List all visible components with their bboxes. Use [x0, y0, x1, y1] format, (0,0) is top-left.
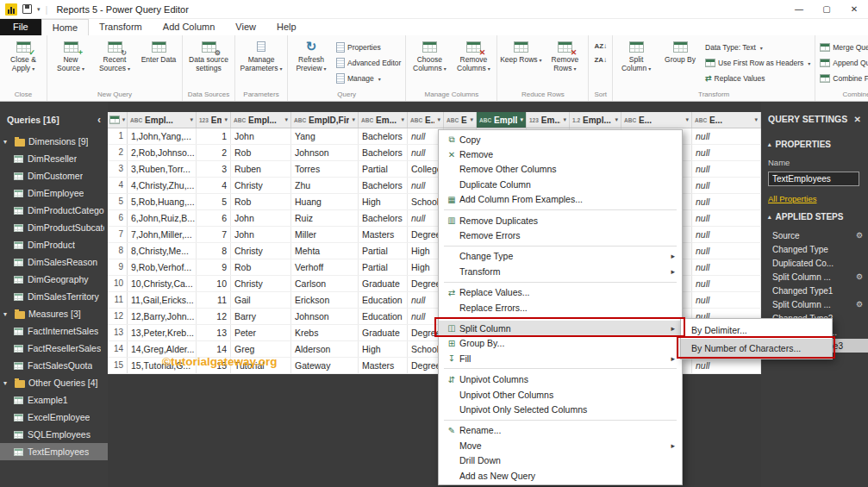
filter-icon[interactable]: ▾: [685, 116, 689, 123]
append-queries-button[interactable]: Append Queries: [817, 55, 868, 70]
gear-icon[interactable]: ⚙: [856, 300, 863, 309]
manage-button[interactable]: Manage: [334, 71, 403, 85]
remove-rows-button[interactable]: ✕ Remove Rows: [543, 37, 586, 90]
sidebar-item-factresellersales[interactable]: FactResellerSales: [0, 340, 108, 357]
menu-item-unpivot-columns[interactable]: ⇵Unpivot Columns: [439, 371, 682, 386]
save-icon[interactable]: [22, 4, 32, 14]
data-source-settings-button[interactable]: ⚙ Data source settings: [184, 37, 233, 90]
cell[interactable]: Partial: [359, 161, 408, 177]
minimize-button[interactable]: —: [785, 0, 813, 18]
sidebar-item-factsalesquota[interactable]: FactSalesQuota: [0, 357, 108, 374]
cell[interactable]: 7,John,Miller,...: [128, 227, 197, 242]
cell[interactable]: Christy: [231, 276, 291, 291]
filter-icon[interactable]: ▾: [754, 116, 758, 123]
gear-icon[interactable]: ⚙: [856, 272, 863, 281]
applied-step-source[interactable]: Source⚙: [761, 228, 868, 242]
close-and-apply-button[interactable]: ✓ Close & Apply: [2, 37, 45, 90]
sidebar-item-excelemployee[interactable]: ExcelEmployee: [0, 409, 108, 426]
filter-icon[interactable]: ▾: [437, 116, 440, 123]
sidebar-item-dimproduct[interactable]: DimProduct: [0, 236, 108, 253]
cell[interactable]: 3,Ruben,Torr...: [128, 161, 197, 177]
cell[interactable]: 10,Christy,Ca...: [128, 276, 197, 291]
cell[interactable]: Yang: [291, 128, 359, 144]
filter-icon[interactable]: ▾: [352, 116, 355, 123]
sidebar-item-dimproductsubcate[interactable]: DimProductSubcate...: [0, 219, 108, 236]
column-header-empid-firs[interactable]: ABCEmpID,Firs...▾: [291, 112, 359, 128]
cell[interactable]: Gail: [231, 292, 291, 308]
cell[interactable]: Ruiz: [291, 210, 359, 226]
menu-item-add-as-new-query[interactable]: Add as New Query: [439, 468, 682, 483]
menu-item-replace-values[interactable]: ⇄Replace Values...: [439, 285, 682, 300]
menu-item-split-column[interactable]: ◫Split Column▸: [439, 321, 682, 335]
cell[interactable]: Bachelors: [359, 210, 408, 226]
tab-home[interactable]: Home: [41, 19, 89, 35]
merge-queries-button[interactable]: Merge Queries: [817, 40, 868, 54]
tree-folder-measures-3[interactable]: ▾Measures [3]: [0, 305, 108, 322]
choose-columns-button[interactable]: Choose Columns: [408, 37, 451, 90]
cell[interactable]: Gateway: [291, 358, 359, 373]
menu-item-remove[interactable]: ✕Remove: [439, 147, 682, 161]
menu-item-unpivot-only-selected-columns[interactable]: Unpivot Only Selected Columns: [439, 402, 682, 416]
applied-step-split-column[interactable]: Split Column ...⚙: [761, 270, 868, 284]
column-header-empl[interactable]: 123Empl...▾: [197, 112, 231, 128]
manage-parameters-button[interactable]: Manage Parameters: [237, 37, 285, 90]
cell[interactable]: John: [231, 227, 291, 242]
cell[interactable]: Mehta: [291, 243, 359, 259]
cell[interactable]: 6,John,Ruiz,B...: [128, 210, 197, 226]
column-header-empid-f[interactable]: ABCEmpID,F...▾: [477, 112, 527, 128]
sidebar-item-dimreseller[interactable]: DimReseller: [0, 150, 108, 167]
applied-step-duplicated-co[interactable]: Duplicated Co...: [761, 256, 868, 270]
enter-data-button[interactable]: Enter Data: [137, 37, 180, 90]
sidebar-item-dimsalesterritory[interactable]: DimSalesTerritory: [0, 288, 108, 305]
menu-item-move[interactable]: Move▸: [439, 438, 682, 453]
cell[interactable]: Zhu: [291, 178, 359, 193]
filter-icon[interactable]: ▾: [284, 116, 288, 123]
cell[interactable]: 3: [197, 161, 231, 177]
cell[interactable]: null: [692, 358, 761, 373]
table-menu-button[interactable]: ▾: [108, 112, 128, 128]
use-first-row-button[interactable]: Use First Row as Headers: [703, 55, 813, 70]
cell[interactable]: Christy: [231, 243, 291, 259]
cell[interactable]: Masters: [359, 358, 408, 373]
cell[interactable]: null: [692, 259, 761, 275]
filter-icon[interactable]: ▾: [615, 116, 618, 123]
cell[interactable]: null: [692, 128, 761, 144]
gear-icon[interactable]: ⚙: [856, 231, 863, 240]
menu-item-duplicate-column[interactable]: Duplicate Column: [439, 177, 682, 191]
cell[interactable]: Partial: [359, 243, 408, 259]
cell[interactable]: null: [692, 194, 761, 209]
tree-folder-other-queries-4[interactable]: ▾Other Queries [4]: [0, 374, 108, 391]
cell[interactable]: Education: [359, 292, 408, 308]
replace-values-button[interactable]: ⇄Replace Values: [703, 71, 813, 85]
filter-icon[interactable]: ▾: [401, 116, 404, 123]
sidebar-item-example1[interactable]: Example1: [0, 391, 108, 409]
cell[interactable]: John: [231, 128, 291, 144]
cell[interactable]: 10: [197, 276, 231, 291]
cell[interactable]: Peter: [231, 325, 291, 340]
menu-item-copy[interactable]: ⧉Copy: [439, 132, 682, 147]
cell[interactable]: 12: [197, 309, 231, 324]
cell[interactable]: null: [692, 210, 761, 226]
cell[interactable]: null: [692, 243, 761, 259]
applied-step-split-column[interactable]: Split Column ...⚙: [761, 297, 868, 311]
filter-icon[interactable]: ▾: [190, 116, 193, 123]
column-header-empl[interactable]: 1.2Empl...▾: [570, 112, 621, 128]
cell[interactable]: Christy: [231, 178, 291, 193]
cell[interactable]: Masters: [359, 227, 408, 242]
refresh-preview-button[interactable]: ↻ Refresh Preview: [290, 37, 333, 90]
cell[interactable]: Barry: [231, 309, 291, 324]
menu-item-unpivot-other-columns[interactable]: Unpivot Other Columns: [439, 387, 682, 402]
cell[interactable]: null: [692, 178, 761, 193]
expander-icon[interactable]: ▾: [3, 138, 11, 146]
cell[interactable]: Rob: [231, 194, 291, 209]
menu-item-add-column-from-examples[interactable]: ▦Add Column From Examples...: [439, 192, 682, 207]
sidebar-item-textemployees[interactable]: TextEmployees: [0, 443, 108, 460]
cell[interactable]: Partial: [359, 259, 408, 275]
menu-item-remove-errors[interactable]: Remove Errors: [439, 228, 682, 242]
sidebar-item-dimcustomer[interactable]: DimCustomer: [0, 167, 108, 184]
column-header-e[interactable]: ABCE...▾: [408, 112, 444, 128]
submenu-item-by-number-of-characters[interactable]: By Number of Characters...: [681, 339, 832, 357]
menu-item-replace-errors[interactable]: Replace Errors...: [439, 300, 682, 315]
column-header-e[interactable]: ABCE...▾: [621, 112, 692, 128]
cell[interactable]: 11,Gail,Ericks...: [128, 292, 197, 308]
